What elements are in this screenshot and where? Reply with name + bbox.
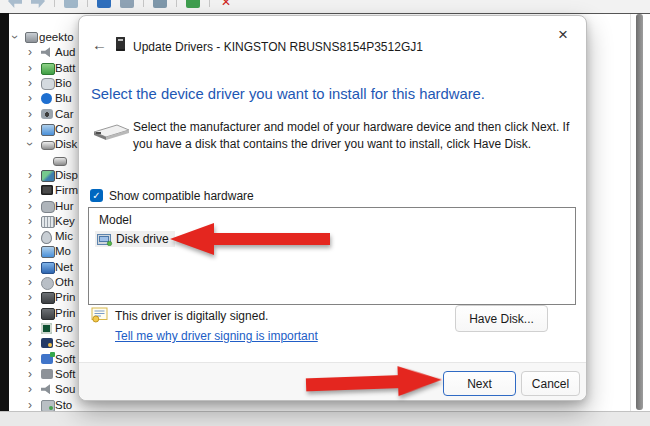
- monitor-icon: [41, 246, 55, 258]
- chevron-collapsed-icon[interactable]: ›: [28, 184, 32, 196]
- update-drivers-dialog: ← Update Drivers - KINGSTON RBUSNS8154P3…: [78, 15, 587, 401]
- chevron-collapsed-icon[interactable]: ›: [28, 245, 32, 257]
- show-compatible-checkbox[interactable]: ✓: [90, 189, 103, 202]
- toolbar-separator: [143, 0, 144, 7]
- tree-item-label: Mo: [55, 245, 71, 257]
- chevron-collapsed-icon[interactable]: ›: [28, 230, 32, 242]
- tree-item-label: Blu: [55, 92, 72, 104]
- tree-item-label: Pro: [55, 322, 73, 334]
- tree-item-label: Key: [55, 215, 75, 227]
- chevron-collapsed-icon[interactable]: ›: [28, 215, 32, 227]
- chevron-collapsed-icon[interactable]: ›: [28, 77, 32, 89]
- disk-drive-graphic-icon: [92, 119, 130, 151]
- digitally-signed-text: This driver is digitally signed.: [115, 309, 268, 323]
- show-compatible-label: Show compatible hardware: [109, 189, 254, 203]
- cancel-button[interactable]: Cancel: [521, 371, 580, 396]
- next-button[interactable]: Next: [443, 371, 516, 396]
- toolbar-separator: [54, 0, 55, 7]
- driver-device-icon: [116, 37, 125, 51]
- chevron-collapsed-icon[interactable]: ›: [28, 108, 32, 120]
- chevron-collapsed-icon[interactable]: ›: [28, 200, 32, 212]
- back-arrow-icon[interactable]: ←: [92, 36, 107, 53]
- tree-item-label: Disp: [55, 169, 78, 181]
- arrow-tail: [306, 375, 400, 391]
- tree-item-label: Soft: [55, 368, 75, 380]
- tree-item-label: Sou: [55, 383, 75, 395]
- back-nav-icon[interactable]: [8, 0, 22, 8]
- network-icon: [41, 262, 55, 274]
- chevron-collapsed-icon[interactable]: ›: [28, 123, 32, 135]
- have-disk-button[interactable]: Have Disk...: [455, 305, 548, 332]
- unknown-icon: [41, 277, 54, 290]
- tree-item-label: Sec: [55, 337, 75, 349]
- tree-item-label: geekto: [39, 31, 74, 43]
- toolbar-separator: [176, 0, 177, 7]
- tree-item-label: Oth: [55, 276, 74, 288]
- chevron-expanded-icon[interactable]: ›: [24, 142, 36, 146]
- chevron-collapsed-icon[interactable]: ›: [28, 353, 32, 365]
- arrow-head: [397, 365, 442, 397]
- tree-item-label: Hur: [55, 200, 74, 212]
- tree-item-label: Aud: [55, 46, 75, 58]
- red-arrow-disk-drive: [170, 223, 330, 255]
- chevron-collapsed-icon[interactable]: ›: [28, 322, 32, 334]
- software-icon: [41, 369, 53, 379]
- window-right-edge: [630, 13, 631, 411]
- chevron-collapsed-icon[interactable]: ›: [28, 383, 32, 395]
- tree-item-label: Bio: [55, 77, 72, 89]
- camera-icon: [41, 109, 53, 119]
- dialog-title: Update Drivers - KINGSTON RBUSNS8154P351…: [133, 40, 423, 54]
- chevron-expanded-icon[interactable]: ›: [9, 35, 21, 39]
- arrow-tail: [212, 233, 330, 245]
- chevron-collapsed-icon[interactable]: ›: [28, 62, 32, 74]
- uninstall-device-icon[interactable]: ✕: [219, 0, 233, 8]
- update-driver-icon[interactable]: [186, 0, 200, 8]
- help-icon[interactable]: [97, 0, 111, 8]
- keyboard-icon: [41, 216, 55, 228]
- wizard-heading: Select the device driver you want to ins…: [91, 86, 576, 102]
- computer-icon: [25, 32, 38, 43]
- chevron-collapsed-icon[interactable]: ›: [28, 291, 32, 303]
- chevron-collapsed-icon[interactable]: ›: [28, 261, 32, 273]
- tree-item-label: Batt: [55, 62, 75, 74]
- tree-item-label: Net: [55, 261, 73, 273]
- disk-icon: [53, 157, 67, 166]
- scan-hardware-icon[interactable]: [153, 0, 167, 8]
- arrow-head: [170, 223, 214, 255]
- chevron-collapsed-icon[interactable]: ›: [28, 46, 32, 58]
- chevron-collapsed-icon[interactable]: ›: [28, 307, 32, 319]
- tree-item-label: Mic: [55, 230, 73, 242]
- properties-icon[interactable]: [120, 0, 134, 8]
- mouse-icon: [41, 231, 52, 244]
- security-icon: [41, 338, 53, 348]
- status-bar: [0, 411, 650, 426]
- storage-icon: [41, 400, 55, 412]
- close-icon[interactable]: ×: [550, 22, 576, 48]
- model-item-disk-drive[interactable]: Disk drive: [95, 231, 175, 247]
- tree-item-label: Firm: [55, 184, 78, 196]
- monitor-icon: [41, 124, 55, 136]
- chevron-collapsed-icon[interactable]: ›: [28, 169, 32, 181]
- driver-signing-link[interactable]: Tell me why driver signing is important: [115, 329, 318, 343]
- chevron-collapsed-icon[interactable]: ›: [28, 399, 32, 411]
- bluetooth-icon: [41, 93, 52, 104]
- scrollbar[interactable]: [636, 14, 643, 410]
- window-left-edge: [0, 13, 9, 412]
- forward-nav-icon[interactable]: [31, 0, 45, 8]
- model-listbox[interactable]: Model Disk drive: [88, 207, 576, 305]
- software-plus-icon: [41, 354, 53, 364]
- chevron-collapsed-icon[interactable]: ›: [28, 92, 32, 104]
- list-view-icon[interactable]: [64, 0, 78, 8]
- tree-item-label: Car: [55, 108, 74, 120]
- tree-item-label: Cor: [55, 123, 74, 135]
- film-icon: [41, 185, 53, 195]
- chevron-collapsed-icon[interactable]: ›: [28, 368, 32, 380]
- cpu-icon: [41, 323, 52, 334]
- certificate-icon: [91, 307, 109, 327]
- display-icon: [41, 170, 55, 182]
- device-manager-toolbar: ✕: [0, 0, 650, 14]
- chevron-collapsed-icon[interactable]: ›: [28, 276, 32, 288]
- printer-icon: [41, 292, 55, 304]
- chevron-collapsed-icon[interactable]: ›: [28, 337, 32, 349]
- tree-item-label: Sto: [55, 399, 72, 411]
